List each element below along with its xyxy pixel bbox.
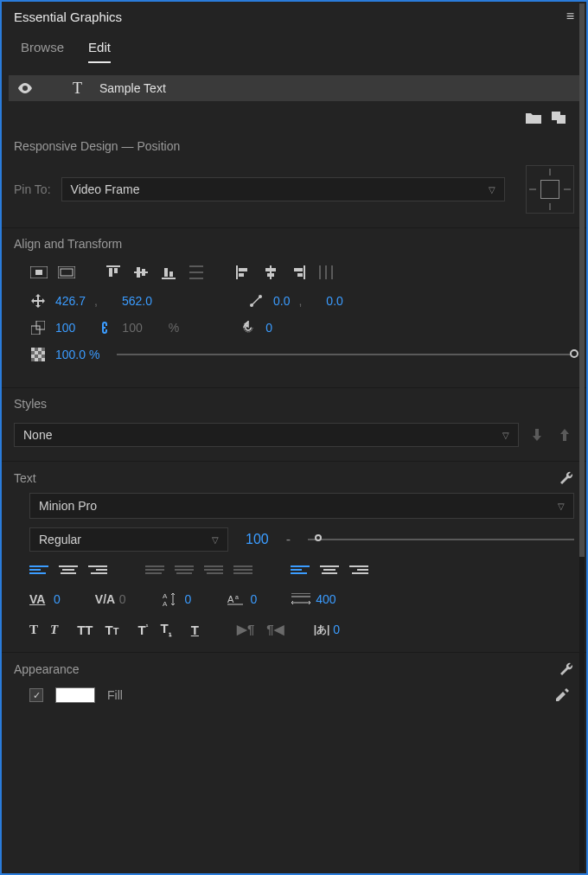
svg-rect-39 bbox=[35, 358, 38, 361]
opacity-slider[interactable] bbox=[117, 354, 574, 355]
pin-widget[interactable] bbox=[526, 165, 574, 214]
eyedropper-icon[interactable] bbox=[555, 688, 569, 702]
justify-center-icon[interactable] bbox=[175, 565, 194, 579]
svg-rect-18 bbox=[239, 273, 244, 277]
justify-right-icon[interactable] bbox=[204, 565, 223, 579]
position-y[interactable]: 562.0 bbox=[122, 294, 152, 308]
align-right-icon[interactable] bbox=[289, 263, 308, 282]
wrench-icon[interactable] bbox=[559, 470, 574, 486]
new-layer-icon[interactable] bbox=[552, 112, 566, 124]
svg-rect-12 bbox=[169, 271, 173, 277]
wrench-icon[interactable] bbox=[559, 661, 574, 677]
anchor-sep: , bbox=[298, 294, 302, 308]
align-frame-icon[interactable] bbox=[57, 263, 76, 282]
panel-title: Essential Graphics bbox=[14, 10, 122, 24]
panel-menu-icon[interactable]: ≡ bbox=[566, 9, 574, 24]
ltr-button[interactable]: ▶¶ bbox=[237, 622, 254, 637]
justify-left-icon[interactable] bbox=[145, 565, 164, 579]
width-icon bbox=[291, 593, 310, 605]
align-top-icon[interactable] bbox=[104, 263, 123, 282]
style-up-icon[interactable] bbox=[555, 425, 574, 444]
superscript-button[interactable]: T¹ bbox=[137, 623, 148, 637]
section-responsive-title: Responsive Design — Position bbox=[14, 139, 574, 153]
font-style-dropdown[interactable]: Regular ▽ bbox=[29, 527, 228, 552]
underline-button[interactable]: T bbox=[191, 623, 199, 637]
svg-rect-13 bbox=[189, 265, 203, 267]
section-align-title: Align and Transform bbox=[14, 237, 574, 251]
font-size-value[interactable]: 100 bbox=[246, 532, 269, 547]
tab-edit[interactable]: Edit bbox=[88, 40, 111, 63]
svg-rect-11 bbox=[164, 268, 168, 277]
leading-value[interactable]: 0 bbox=[185, 592, 192, 606]
text-align-right-icon[interactable] bbox=[88, 565, 107, 579]
layer-row[interactable]: T Sample Text bbox=[9, 75, 579, 101]
width-value[interactable]: 400 bbox=[316, 592, 336, 606]
anchor-x[interactable]: 0.0 bbox=[273, 294, 290, 308]
align-left-icon[interactable] bbox=[233, 263, 252, 282]
svg-text:a: a bbox=[235, 594, 239, 600]
tsume-value[interactable]: 0 bbox=[333, 623, 340, 636]
section-text-title: Text bbox=[14, 471, 36, 485]
svg-rect-37 bbox=[31, 354, 35, 358]
visibility-icon[interactable] bbox=[17, 83, 33, 93]
allcaps-button[interactable]: TT bbox=[77, 623, 93, 637]
pin-to-dropdown[interactable]: Video Frame ▽ bbox=[61, 177, 505, 201]
new-folder-icon[interactable] bbox=[526, 112, 541, 124]
vertical-align-top-icon[interactable] bbox=[291, 565, 310, 579]
svg-rect-34 bbox=[38, 348, 42, 351]
baseline-value[interactable]: 0 bbox=[250, 592, 257, 606]
text-align-center-icon[interactable] bbox=[59, 565, 78, 579]
section-styles-title: Styles bbox=[14, 397, 574, 411]
opacity-icon bbox=[29, 348, 47, 361]
svg-rect-4 bbox=[106, 265, 120, 267]
font-dropdown[interactable]: Minion Pro ▽ bbox=[29, 493, 574, 519]
scrollbar[interactable] bbox=[579, 3, 585, 872]
rtl-button[interactable]: ¶◀ bbox=[266, 622, 284, 637]
position-x[interactable]: 426.7 bbox=[55, 294, 86, 308]
distribute-horizontal-icon[interactable] bbox=[316, 263, 336, 282]
justify-all-icon[interactable] bbox=[233, 565, 252, 579]
layer-name[interactable]: Sample Text bbox=[99, 81, 166, 95]
vertical-align-middle-icon[interactable] bbox=[320, 565, 339, 579]
svg-rect-22 bbox=[304, 265, 305, 279]
svg-rect-6 bbox=[114, 268, 118, 273]
svg-rect-15 bbox=[189, 278, 203, 279]
svg-rect-36 bbox=[42, 351, 45, 354]
italic-button[interactable]: T bbox=[50, 623, 58, 637]
link-scale-icon[interactable] bbox=[96, 320, 113, 335]
opacity-value[interactable]: 100.0 % bbox=[55, 348, 99, 361]
align-hcenter-icon[interactable] bbox=[261, 263, 280, 282]
text-align-left-icon[interactable] bbox=[29, 565, 48, 579]
styles-dropdown[interactable]: None ▽ bbox=[14, 423, 519, 447]
svg-rect-3 bbox=[61, 269, 73, 276]
position-icon bbox=[29, 294, 47, 308]
font-size-slider[interactable] bbox=[308, 539, 574, 540]
optical-kerning-value[interactable]: 0 bbox=[54, 592, 61, 606]
align-bottom-icon[interactable] bbox=[159, 263, 178, 282]
tracking-icon: V/A bbox=[95, 592, 114, 606]
svg-rect-8 bbox=[137, 267, 140, 278]
style-down-icon[interactable] bbox=[527, 425, 546, 444]
scale-icon bbox=[29, 321, 47, 335]
fill-color-swatch[interactable] bbox=[55, 687, 95, 703]
rotation-value[interactable]: 0 bbox=[265, 321, 272, 335]
tracking-value[interactable]: 0 bbox=[119, 592, 126, 606]
distribute-vertical-icon[interactable] bbox=[187, 263, 206, 282]
svg-rect-23 bbox=[294, 268, 303, 271]
scale-value[interactable]: 100 bbox=[55, 321, 75, 335]
svg-rect-31 bbox=[36, 321, 45, 329]
section-appearance-title: Appearance bbox=[14, 662, 80, 676]
fill-checkbox[interactable]: ✓ bbox=[29, 688, 43, 702]
smallcaps-button[interactable]: TT bbox=[105, 623, 119, 637]
tab-browse[interactable]: Browse bbox=[21, 40, 64, 63]
scale-link-value[interactable]: 100 bbox=[122, 321, 142, 335]
vertical-align-bottom-icon[interactable] bbox=[349, 565, 368, 579]
text-layer-icon: T bbox=[73, 80, 82, 98]
anchor-y[interactable]: 0.0 bbox=[326, 294, 342, 308]
bold-button[interactable]: T bbox=[29, 623, 38, 637]
subscript-button[interactable]: T₁ bbox=[161, 621, 172, 638]
fill-label: Fill bbox=[107, 688, 123, 702]
svg-rect-27 bbox=[331, 265, 333, 279]
align-vcenter-icon[interactable] bbox=[131, 263, 150, 282]
align-selection-icon[interactable] bbox=[29, 263, 48, 282]
